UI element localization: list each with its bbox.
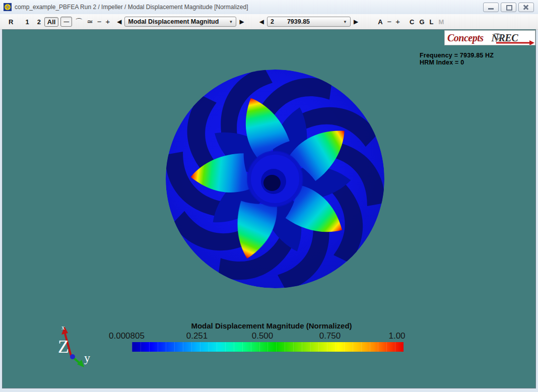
view-2-button[interactable]: 2 bbox=[35, 17, 43, 27]
restore-button[interactable] bbox=[501, 3, 516, 12]
application-window: comp_example_PBFEA Run 2 / Impeller / Mo… bbox=[0, 0, 538, 392]
axis-triad: x y Z bbox=[47, 323, 95, 371]
colorbar-tick-0: 0.000805 bbox=[109, 331, 145, 341]
concepts-nrec-logo: Concepts NREC bbox=[444, 30, 535, 45]
z-axis-label: Z bbox=[58, 337, 69, 357]
prev-quantity-icon[interactable]: ◀ bbox=[115, 18, 123, 25]
quantity-dropdown-value: Modal Displacement Magnitud bbox=[128, 18, 219, 25]
next-mode-icon[interactable]: ▶ bbox=[352, 18, 360, 25]
window-controls bbox=[483, 3, 534, 12]
minimize-icon bbox=[488, 8, 494, 10]
colorbar-tick-3: 0.750 bbox=[319, 331, 341, 341]
mode-dropdown[interactable]: 2 7939.85 ▼ bbox=[267, 17, 351, 27]
decrease-button[interactable]: − bbox=[385, 17, 394, 26]
zoom-out-button[interactable]: − bbox=[95, 17, 104, 26]
hrm-index-label: HRM Index = 0 bbox=[420, 59, 494, 66]
restore-icon bbox=[506, 5, 512, 11]
results-button[interactable]: R bbox=[6, 17, 16, 27]
logo-swoosh-icon bbox=[445, 31, 535, 45]
frequency-label: Frequency = 7939.85 HZ bbox=[420, 52, 494, 59]
view-all-button[interactable]: All bbox=[44, 17, 59, 27]
minimize-button[interactable] bbox=[483, 3, 499, 12]
render-viewport[interactable]: Concepts NREC Frequency = 7939.85 HZ HRM… bbox=[2, 29, 536, 388]
result-annotation: Frequency = 7939.85 HZ HRM Index = 0 bbox=[420, 52, 494, 66]
colorbar-tick-1: 0.251 bbox=[186, 331, 208, 341]
colorbar-title: Modal Displacement Magnitude (Normalized… bbox=[120, 321, 423, 330]
close-button[interactable] bbox=[518, 3, 534, 12]
double-arc-display-button[interactable]: ≃ bbox=[85, 17, 95, 26]
increase-button[interactable]: + bbox=[393, 17, 402, 26]
chevron-down-icon: ▼ bbox=[339, 20, 347, 24]
line-display-button[interactable]: ─ bbox=[60, 17, 72, 27]
x-axis-label: x bbox=[61, 323, 65, 331]
next-quantity-icon[interactable]: ▶ bbox=[237, 18, 246, 25]
colorbar-tick-4: 1.00 bbox=[388, 331, 405, 341]
z-axis-icon bbox=[70, 354, 75, 359]
mesh-button: M bbox=[436, 17, 447, 27]
mode-frequency: 7939.85 bbox=[287, 18, 310, 25]
legend-button[interactable]: L bbox=[427, 17, 436, 27]
chevron-down-icon: ▼ bbox=[225, 20, 233, 24]
view-1-button[interactable]: 1 bbox=[23, 17, 31, 27]
arc-display-button[interactable]: ⌒ bbox=[73, 17, 85, 26]
window-title: comp_example_PBFEA Run 2 / Impeller / Mo… bbox=[15, 4, 248, 11]
colorbar-gradient bbox=[132, 342, 404, 352]
prev-mode-icon[interactable]: ◀ bbox=[257, 18, 266, 25]
y-axis-label: y bbox=[84, 351, 90, 364]
quantity-dropdown[interactable]: Modal Displacement Magnitud ▼ bbox=[124, 17, 236, 27]
grid-button[interactable]: G bbox=[417, 17, 427, 27]
app-icon bbox=[4, 3, 12, 11]
contour-button[interactable]: C bbox=[407, 17, 417, 27]
zoom-in-button[interactable]: + bbox=[103, 17, 112, 26]
mode-index: 2 bbox=[271, 18, 274, 25]
toolbar: R 1 2 All ─ ⌒ ≃ − + ◀ Modal Displacement… bbox=[0, 14, 538, 30]
titlebar[interactable]: comp_example_PBFEA Run 2 / Impeller / Mo… bbox=[0, 0, 538, 15]
impeller-model[interactable] bbox=[157, 60, 393, 297]
animate-button[interactable]: A bbox=[375, 17, 385, 27]
colorbar-tick-2: 0.500 bbox=[252, 331, 274, 341]
close-icon bbox=[519, 3, 533, 12]
toolbar-right-group: A − + C G L M bbox=[375, 17, 446, 27]
